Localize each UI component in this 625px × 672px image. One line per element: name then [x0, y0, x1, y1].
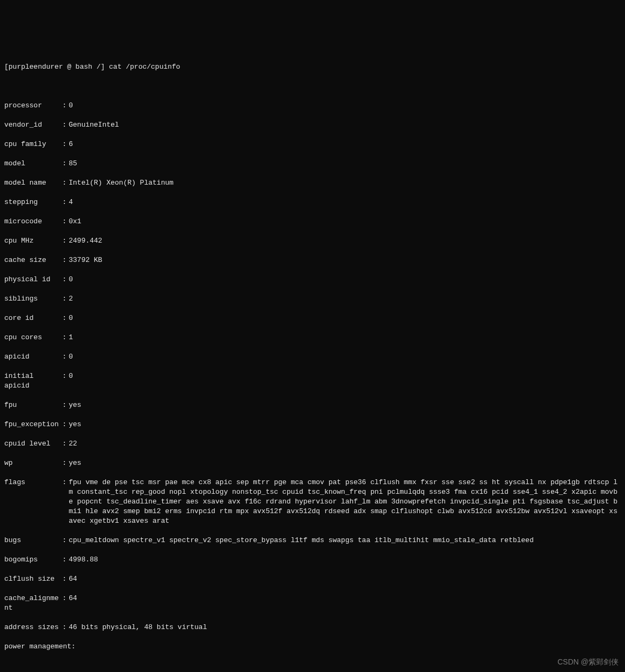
cpu0-bugs: bugs:cpu_meltdown spectre_v1 spectre_v2 …: [4, 536, 621, 545]
cpu0-fpu: fpu:yes: [4, 400, 621, 410]
cpu0-initial-apicid: initial apicid:0: [4, 371, 621, 391]
cpu0-cpu-mhz: cpu MHz:2499.442: [4, 236, 621, 246]
cpu0-stepping: stepping:4: [4, 198, 621, 207]
cpu0-vendor_id: vendor_id:GenuineIntel: [4, 120, 621, 130]
cpu0-wp: wp:yes: [4, 458, 621, 468]
cpu0-apicid: apicid:0: [4, 352, 621, 362]
cpu0-cache-size: cache size:33792 KB: [4, 255, 621, 265]
cpu0-address-sizes: address sizes:46 bits physical, 48 bits …: [4, 623, 621, 632]
terminal-output[interactable]: [purpleendurer @ bash /] cat /proc/cpuin…: [4, 43, 621, 672]
cpu0-clflush-size: clflush size:64: [4, 574, 621, 584]
cpu0-block: processor:0 vendor_id:GenuineIntel cpu f…: [4, 91, 621, 661]
cpu0-model-name: model name:Intel(R) Xeon(R) Platinum: [4, 178, 621, 188]
cpu0-flags: flags:fpu vme de pse tsc msr pae mce cx8…: [4, 478, 621, 526]
shell-prompt-command: [purpleendurer @ bash /] cat /proc/cpuin…: [4, 63, 180, 71]
cpu0-siblings: siblings:2: [4, 294, 621, 304]
prompt-line: [purpleendurer @ bash /] cat /proc/cpuin…: [4, 62, 621, 72]
cpu0-power-management: power management:: [4, 642, 621, 652]
cpu0-processor: processor:0: [4, 101, 621, 111]
cpu0-model: model:85: [4, 159, 621, 169]
cpu0-cpu-cores: cpu cores:1: [4, 333, 621, 342]
cpu0-core-id: core id:0: [4, 313, 621, 323]
cpu0-cache-alignment: cache_alignment:64: [4, 594, 621, 613]
cpu0-cpuid-level: cpuid level:22: [4, 439, 621, 449]
cpu0-physical-id: physical id:0: [4, 275, 621, 284]
cpu0-microcode: microcode:0x1: [4, 217, 621, 227]
cpu0-bogomips: bogomips:4998.88: [4, 555, 621, 565]
cpu0-cpu-family: cpu family:6: [4, 140, 621, 149]
watermark-text: CSDN @紫郢剑侠: [557, 657, 619, 667]
cpu0-fpu-exception: fpu_exception:yes: [4, 420, 621, 429]
